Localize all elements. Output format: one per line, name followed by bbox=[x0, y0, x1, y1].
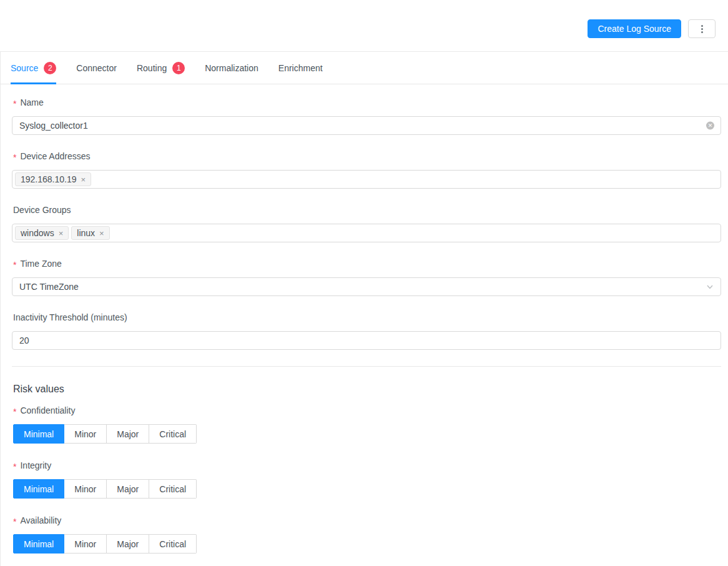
section-divider bbox=[12, 366, 721, 367]
required-asterisk: * bbox=[13, 260, 16, 270]
more-actions-button[interactable] bbox=[688, 19, 716, 38]
create-log-source-button[interactable]: Create Log Source bbox=[588, 19, 681, 38]
availability-options: Minimal Minor Major Critical bbox=[13, 534, 197, 554]
time-zone-select[interactable]: UTC TimeZone bbox=[12, 277, 721, 296]
integrity-option-major[interactable]: Major bbox=[107, 479, 149, 499]
form-item-device-addresses: * Device Addresses 192.168.10.19 × bbox=[12, 151, 721, 189]
device-addresses-label: * Device Addresses bbox=[13, 151, 721, 161]
create-log-source-page: Create Log Source Source 2 Connector Rou… bbox=[0, 0, 728, 566]
tab-label: Normalization bbox=[205, 63, 258, 73]
device-groups-input[interactable]: windows × linux × bbox=[12, 224, 721, 242]
tab-enrichment[interactable]: Enrichment bbox=[278, 52, 323, 84]
integrity-option-minor[interactable]: Minor bbox=[64, 479, 107, 499]
required-asterisk: * bbox=[13, 152, 16, 162]
availability-label: * Availability bbox=[13, 515, 721, 525]
remove-tag-icon[interactable]: × bbox=[59, 229, 64, 237]
clear-icon[interactable]: ✕ bbox=[706, 122, 714, 130]
integrity-label: * Integrity bbox=[13, 460, 721, 470]
tab-label: Source bbox=[11, 63, 38, 73]
confidentiality-option-minimal[interactable]: Minimal bbox=[13, 424, 64, 444]
name-field: ✕ bbox=[12, 116, 721, 135]
remove-tag-icon[interactable]: × bbox=[99, 229, 104, 237]
chevron-down-icon bbox=[706, 283, 714, 290]
availability-option-critical[interactable]: Critical bbox=[149, 534, 197, 554]
device-groups-label: Device Groups bbox=[13, 205, 721, 215]
required-asterisk: * bbox=[13, 99, 16, 109]
availability-option-minor[interactable]: Minor bbox=[64, 534, 107, 554]
tab-source[interactable]: Source 2 bbox=[11, 52, 56, 84]
tab-connector[interactable]: Connector bbox=[76, 52, 117, 84]
form-item-device-groups: Device Groups windows × linux × bbox=[12, 205, 721, 242]
tag-windows: windows × bbox=[15, 226, 69, 240]
inactivity-threshold-label: Inactivity Threshold (minutes) bbox=[13, 312, 721, 322]
tag-device-address: 192.168.10.19 × bbox=[15, 172, 91, 186]
name-label: * Name bbox=[13, 97, 721, 107]
required-asterisk: * bbox=[13, 462, 16, 472]
form-item-inactivity-threshold: Inactivity Threshold (minutes) bbox=[12, 312, 721, 350]
form-item-confidentiality: * Confidentiality Minimal Minor Major Cr… bbox=[12, 405, 721, 444]
integrity-option-minimal[interactable]: Minimal bbox=[13, 479, 64, 499]
page-header: Create Log Source bbox=[0, 0, 728, 52]
inactivity-threshold-input[interactable] bbox=[12, 332, 721, 349]
tab-normalization[interactable]: Normalization bbox=[205, 52, 258, 84]
log-source-panel: Source 2 Connector Routing 1 Normalizati… bbox=[0, 52, 728, 566]
form-item-integrity: * Integrity Minimal Minor Major Critical bbox=[12, 460, 721, 499]
availability-option-minimal[interactable]: Minimal bbox=[13, 534, 64, 554]
integrity-option-critical[interactable]: Critical bbox=[149, 479, 197, 499]
confidentiality-option-minor[interactable]: Minor bbox=[64, 424, 107, 444]
device-addresses-input[interactable]: 192.168.10.19 × bbox=[12, 170, 721, 189]
time-zone-label: * Time Zone bbox=[13, 259, 721, 269]
required-asterisk: * bbox=[13, 407, 16, 417]
inactivity-threshold-field bbox=[12, 331, 721, 350]
ellipsis-vertical-icon bbox=[701, 25, 703, 33]
form-item-name: * Name ✕ bbox=[12, 97, 721, 135]
confidentiality-option-major[interactable]: Major bbox=[107, 424, 149, 444]
integrity-options: Minimal Minor Major Critical bbox=[13, 479, 197, 499]
tag-linux: linux × bbox=[71, 226, 109, 240]
remove-tag-icon[interactable]: × bbox=[81, 176, 86, 184]
name-input[interactable] bbox=[12, 117, 721, 134]
tab-label: Connector bbox=[76, 63, 117, 73]
routing-badge: 1 bbox=[172, 62, 185, 74]
form-item-time-zone: * Time Zone UTC TimeZone bbox=[12, 259, 721, 296]
risk-values-heading: Risk values bbox=[13, 384, 721, 395]
source-badge: 2 bbox=[44, 62, 56, 74]
time-zone-value: UTC TimeZone bbox=[12, 282, 79, 292]
tab-routing[interactable]: Routing 1 bbox=[137, 52, 185, 84]
availability-option-major[interactable]: Major bbox=[107, 534, 149, 554]
tab-bar: Source 2 Connector Routing 1 Normalizati… bbox=[1, 52, 728, 84]
source-form: * Name ✕ * Device Addresses 192.168.10.1… bbox=[1, 84, 728, 554]
tab-label: Routing bbox=[137, 63, 167, 73]
form-item-availability: * Availability Minimal Minor Major Criti… bbox=[12, 515, 721, 554]
confidentiality-option-critical[interactable]: Critical bbox=[149, 424, 197, 444]
required-asterisk: * bbox=[13, 517, 16, 527]
confidentiality-label: * Confidentiality bbox=[13, 405, 721, 415]
tab-label: Enrichment bbox=[278, 63, 323, 73]
confidentiality-options: Minimal Minor Major Critical bbox=[13, 424, 197, 444]
